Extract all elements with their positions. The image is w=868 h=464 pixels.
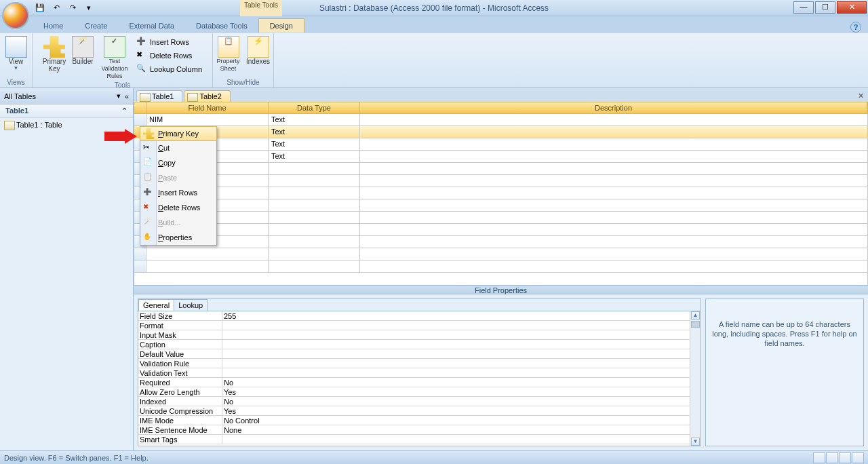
prop-row[interactable]: Validation Text	[138, 368, 701, 378]
build-icon	[143, 217, 154, 228]
ctx-paste: Paste	[140, 170, 216, 185]
prop-row[interactable]: Allow Zero LengthYes	[138, 387, 701, 397]
maximize-button[interactable]: ☐	[815, 1, 835, 14]
view-design-icon[interactable]	[852, 452, 864, 463]
field-properties-title: Field Properties	[134, 285, 868, 294]
group-showhide: Show/Hide	[226, 77, 259, 88]
prop-row[interactable]: Validation Rule	[138, 359, 701, 368]
scissors-icon	[143, 142, 154, 153]
tab-external-data[interactable]: External Data	[118, 19, 185, 33]
field-help-text: A field name can be up to 64 characters …	[705, 298, 864, 446]
tab-database-tools[interactable]: Database Tools	[185, 19, 258, 33]
help-icon[interactable]: ?	[850, 22, 861, 33]
prop-row[interactable]: Format	[138, 321, 701, 330]
prop-row[interactable]: RequiredNo	[138, 378, 701, 387]
prop-row[interactable]: IME ModeNo Control	[138, 416, 701, 425]
prop-icon	[143, 232, 154, 243]
builder-button[interactable]: 🪄Builder	[70, 35, 96, 65]
qat-redo-icon[interactable]: ↷	[65, 1, 80, 15]
view-datasheet-icon[interactable]	[813, 452, 825, 463]
qat-customize-icon[interactable]: ▾	[81, 1, 96, 15]
indexes-button[interactable]: ⚡Indexes	[244, 35, 273, 65]
shutter-collapse-icon[interactable]: «	[125, 92, 129, 100]
svg-marker-0	[104, 129, 137, 144]
prop-tab-general[interactable]: General	[138, 299, 174, 311]
del-icon	[143, 202, 154, 213]
insert-rows-button[interactable]: ➕Insert Rows	[134, 36, 205, 48]
delete-rows-button[interactable]: ✖Delete Rows	[134, 50, 205, 62]
paste-icon	[143, 172, 154, 183]
annotation-arrow-icon	[104, 129, 137, 144]
test-validation-button[interactable]: ✓Test Validation Rules	[97, 35, 132, 80]
prop-row[interactable]: Caption	[138, 340, 701, 349]
navpane-group[interactable]: Table1⌃	[0, 104, 133, 118]
close-tab-icon[interactable]: ✕	[854, 90, 868, 102]
close-button[interactable]: ✕	[837, 1, 867, 14]
ctx-properties[interactable]: Properties	[140, 230, 216, 245]
doc-tab-table1[interactable]: Table1	[136, 90, 182, 102]
navpane-header[interactable]: All Tables ▾ «	[0, 88, 133, 104]
context-menu: Primary KeyCutCopyPasteInsert RowsDelete…	[140, 126, 217, 246]
chevron-up-icon: ⌃	[121, 107, 127, 115]
chevron-down-icon[interactable]: ▾	[117, 92, 121, 100]
prop-row[interactable]: Field Size255	[138, 311, 701, 321]
prop-row[interactable]: IME Sentence ModeNone	[138, 425, 701, 435]
minimize-button[interactable]: —	[793, 1, 814, 14]
view-pivottable-icon[interactable]	[826, 452, 838, 463]
ins-icon	[143, 187, 154, 198]
ctx-copy[interactable]: Copy	[140, 155, 216, 170]
contextual-tab-label: Table Tools	[240, 0, 282, 16]
view-pivotchart-icon[interactable]	[839, 452, 851, 463]
ctx-build-: Build...	[140, 215, 216, 230]
design-grid[interactable]: NIMText Text Text Text	[134, 114, 868, 285]
qat-undo-icon[interactable]: ↶	[49, 1, 64, 15]
ctx-insert-rows[interactable]: Insert Rows	[140, 185, 216, 200]
prop-row[interactable]: Default Value	[138, 349, 701, 359]
primary-key-button[interactable]: Primary Key	[40, 35, 68, 73]
key-icon	[143, 128, 154, 139]
ctx-delete-rows[interactable]: Delete Rows	[140, 200, 216, 215]
view-button[interactable]: View▼	[2, 35, 31, 71]
ctx-cut[interactable]: Cut	[140, 140, 216, 155]
ctx-primary-key[interactable]: Primary Key	[140, 126, 217, 141]
copy-icon	[143, 157, 154, 168]
grid-header: Field Name Data Type Description	[134, 102, 868, 114]
lookup-column-button[interactable]: 🔍Lookup Column	[134, 63, 205, 75]
doc-tab-table2[interactable]: Table2	[184, 90, 230, 102]
tab-design[interactable]: Design	[258, 18, 304, 33]
office-button[interactable]	[2, 2, 29, 29]
qat-save-icon[interactable]: 💾	[33, 1, 47, 15]
prop-row[interactable]: Smart Tags	[138, 435, 701, 444]
prop-tab-lookup[interactable]: Lookup	[174, 299, 208, 311]
prop-row[interactable]: Unicode CompressionYes	[138, 406, 701, 416]
prop-scrollbar[interactable]: ▲ ▼	[690, 311, 701, 446]
tab-create[interactable]: Create	[74, 19, 118, 33]
tab-home[interactable]: Home	[33, 19, 74, 33]
property-sheet-button[interactable]: 📋Property Sheet	[214, 35, 243, 73]
prop-row[interactable]: IndexedNo	[138, 397, 701, 406]
prop-row[interactable]: Input Mask	[138, 330, 701, 340]
status-text: Design view. F6 = Switch panes. F1 = Hel…	[4, 454, 149, 462]
window-title: Sulastri : Database (Access 2000 file fo…	[319, 3, 549, 13]
group-views: Views	[7, 77, 25, 88]
